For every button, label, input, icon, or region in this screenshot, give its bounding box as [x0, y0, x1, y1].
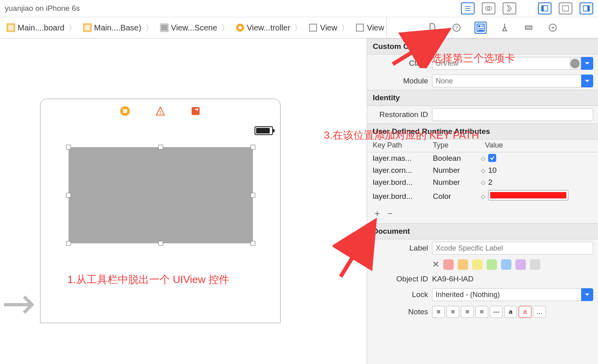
crumb-item[interactable]: Main....Base)〉 [81, 22, 158, 33]
color-text-icon[interactable]: a [519, 306, 531, 318]
attribute-row[interactable]: layer.bord...Color◇ [367, 188, 598, 204]
resize-handle[interactable] [66, 193, 71, 198]
label-color-swatch[interactable] [530, 259, 540, 270]
inspector-panel: Custom Class Class Module Identity Resto… [367, 38, 598, 364]
checkbox-icon[interactable] [488, 154, 496, 162]
remove-attribute-button[interactable]: － [386, 207, 394, 219]
label-color-swatch[interactable] [458, 259, 468, 270]
label-color-swatch[interactable] [515, 259, 526, 270]
resize-handle[interactable] [158, 241, 163, 246]
resize-handle[interactable] [66, 145, 71, 150]
stepper-icon[interactable]: ◇ [480, 155, 486, 162]
crumb-item[interactable]: View〉 [306, 22, 353, 33]
label-color-swatch[interactable] [501, 259, 511, 270]
crumb-item[interactable]: Main....board〉 [4, 22, 81, 33]
first-responder-icon[interactable]: 1 [155, 105, 166, 117]
resize-handle[interactable] [251, 145, 255, 150]
editor-version-icon[interactable] [503, 2, 516, 14]
crumb-item[interactable]: View...Scene〉 [158, 22, 233, 33]
breadcrumb: Main....board〉 Main....Base)〉 View...Sce… [0, 17, 386, 38]
align-justify-icon[interactable]: ≡ [475, 306, 488, 318]
attr-value[interactable]: 10 [488, 166, 497, 174]
class-dropdown-button[interactable] [581, 57, 593, 70]
notes-label: Notes [372, 307, 432, 316]
separator-icon[interactable]: --- [490, 306, 503, 318]
storyboard-icon [6, 23, 15, 32]
attr-value[interactable]: 2 [488, 178, 493, 186]
size-inspector-tab[interactable] [523, 22, 535, 34]
class-dropdown-arrow[interactable] [569, 57, 581, 70]
attr-type[interactable]: Boolean [433, 154, 480, 163]
exit-icon[interactable] [190, 105, 201, 117]
restoration-field[interactable] [432, 108, 593, 121]
chevron-right-icon: 〉 [293, 22, 304, 33]
editor-standard-icon[interactable] [461, 2, 475, 14]
svg-rect-0 [465, 6, 470, 7]
svg-rect-29 [478, 30, 483, 31]
crumb-item[interactable]: View...troller〉 [233, 22, 307, 33]
svg-rect-21 [310, 24, 317, 31]
attr-type[interactable]: Number [433, 178, 480, 187]
editor-assistant-icon[interactable] [482, 2, 495, 14]
scene-icon [160, 23, 169, 32]
storyboard-canvas[interactable]: 1 [0, 38, 367, 364]
selected-uiview[interactable] [69, 147, 253, 243]
attribute-row[interactable]: layer.bord...Number◇2 [367, 176, 598, 188]
attr-type[interactable]: Number [433, 166, 480, 175]
clear-color-button[interactable]: ✕ [432, 259, 439, 270]
window-title: yuanjiao on iPhone 6s [5, 4, 80, 13]
align-left-icon[interactable]: ≡ [432, 306, 445, 318]
svg-rect-6 [542, 6, 544, 11]
svg-rect-27 [481, 26, 483, 26]
svg-rect-12 [8, 25, 13, 30]
attribute-row[interactable]: layer.mas...Boolean◇ [367, 152, 598, 164]
svg-point-20 [238, 26, 242, 30]
objectid-value: KA9-6H-lAD [432, 275, 593, 283]
window-titlebar: yuanjiao on iPhone 6s [0, 0, 598, 17]
svg-rect-30 [525, 26, 532, 29]
panel-bottom-icon[interactable] [559, 2, 572, 14]
label-color-swatch[interactable] [487, 259, 497, 270]
attribute-row[interactable]: layer.corn...Number◇10 [367, 164, 598, 176]
svg-rect-33 [123, 109, 127, 113]
attr-keypath: layer.mas... [373, 154, 433, 163]
svg-rect-22 [357, 24, 364, 31]
annotation-arrow-1 [0, 289, 40, 321]
identity-inspector-tab[interactable] [475, 22, 487, 34]
panel-right-icon[interactable] [580, 2, 593, 14]
svg-rect-17 [161, 27, 167, 28]
attr-type[interactable]: Color [433, 192, 480, 201]
document-header: Document [367, 223, 598, 239]
label-color-swatch[interactable] [443, 259, 454, 270]
strike-icon[interactable]: a [504, 306, 517, 318]
resize-handle[interactable] [251, 241, 255, 246]
lock-dropdown-button[interactable] [581, 288, 593, 301]
svg-rect-35 [192, 107, 200, 115]
color-value[interactable] [488, 190, 568, 200]
chevron-right-icon: 〉 [220, 22, 231, 33]
controller-icon [236, 23, 244, 32]
lock-field[interactable] [432, 288, 581, 301]
module-dropdown-button[interactable] [581, 75, 593, 87]
doc-label-field[interactable] [432, 242, 593, 255]
align-center-icon[interactable]: ≡ [446, 306, 459, 318]
stepper-icon[interactable]: ◇ [480, 179, 486, 186]
controller-icon[interactable] [119, 105, 131, 117]
attributes-inspector-tab[interactable] [499, 22, 511, 34]
more-icon[interactable]: … [533, 306, 546, 318]
label-color-swatch[interactable] [472, 259, 483, 270]
align-right-icon[interactable]: ≡ [461, 306, 474, 318]
stepper-icon[interactable]: ◇ [480, 167, 486, 174]
resize-handle[interactable] [158, 145, 163, 150]
svg-rect-26 [478, 25, 480, 27]
module-field[interactable] [432, 75, 581, 87]
stepper-icon[interactable]: ◇ [480, 193, 486, 200]
connections-inspector-tab[interactable] [547, 22, 559, 34]
resize-handle[interactable] [251, 193, 255, 198]
crumb-item[interactable]: View [353, 23, 386, 32]
col-value: Value [485, 141, 592, 150]
resize-handle[interactable] [66, 241, 71, 246]
battery-icon [255, 126, 273, 135]
panel-left-icon[interactable] [538, 2, 552, 14]
attr-keypath: layer.corn... [373, 166, 433, 175]
